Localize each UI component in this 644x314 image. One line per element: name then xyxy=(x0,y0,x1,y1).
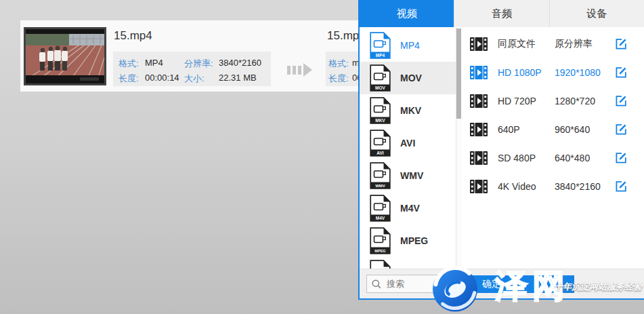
scrollbar-thumb[interactable] xyxy=(456,28,461,119)
film-strip-icon xyxy=(470,151,488,165)
film-strip-icon xyxy=(470,180,488,193)
preset-row-hd1080p[interactable]: HD 1080P 1920*1080 xyxy=(461,58,644,87)
video-file-icon: MPEG xyxy=(370,227,391,254)
preset-name: HD 720P xyxy=(498,96,555,106)
preset-row-original[interactable]: 同原文件 原分辨率 xyxy=(461,30,644,58)
format-label: WMV xyxy=(400,170,423,181)
format-option-partial[interactable] xyxy=(360,257,456,269)
video-file-icon xyxy=(370,260,391,269)
format-option-mov[interactable]: MOV MOV xyxy=(360,62,456,94)
format-option-mpeg[interactable]: MPEG MPEG xyxy=(360,224,456,257)
preset-resolution: 1920*1080 xyxy=(555,67,614,78)
edit-preset-icon[interactable] xyxy=(614,151,628,165)
preset-row-4k[interactable]: 4K Video 3840*2160 xyxy=(461,172,644,201)
convert-arrow-icon xyxy=(287,63,312,77)
format-label: MPEG xyxy=(400,235,428,246)
video-thumbnail[interactable] xyxy=(24,27,106,85)
video-file-icon: MP4 xyxy=(370,32,391,59)
preset-name: 640P xyxy=(498,124,555,135)
preset-name: 同原文件 xyxy=(498,38,555,50)
preset-name: HD 1080P xyxy=(498,67,555,78)
edit-preset-icon[interactable] xyxy=(614,66,628,79)
confirm-button[interactable]: 确定 xyxy=(466,275,574,293)
edit-preset-icon[interactable] xyxy=(614,123,628,136)
film-strip-icon xyxy=(470,37,488,51)
preset-resolution: 1280*720 xyxy=(555,96,614,106)
preset-panel: 同原文件 原分辨率 HD 1080P 1920*1080 xyxy=(461,27,644,269)
film-strip-icon xyxy=(470,94,488,108)
preset-resolution: 640*480 xyxy=(555,153,614,163)
source-info-box: 格式: MP4 分辨率: 3840*2160 长度: 00:00:14 大小: … xyxy=(113,52,271,86)
format-label: 格式: xyxy=(119,58,139,70)
source-file-title: 15.mp4 xyxy=(114,29,152,43)
video-file-icon: AVI xyxy=(370,130,391,157)
svg-text:MOV: MOV xyxy=(375,85,385,90)
preset-resolution: 原分辨率 xyxy=(555,38,614,50)
format-option-avi[interactable]: AVI AVI xyxy=(360,127,456,159)
svg-text:AVI: AVI xyxy=(377,151,384,155)
duration-value: 00:00:14 xyxy=(145,73,179,83)
duration-label: 长度: xyxy=(119,73,139,85)
format-label: 格式: xyxy=(328,58,349,70)
edit-preset-icon[interactable] xyxy=(614,37,628,51)
video-file-icon: WMV xyxy=(370,162,391,189)
search-input[interactable] xyxy=(385,278,448,290)
video-file-icon: M4V xyxy=(370,195,391,222)
format-label: M4V xyxy=(400,203,420,214)
format-option-m4v[interactable]: M4V M4V xyxy=(360,192,456,224)
format-label: MOV xyxy=(400,73,422,83)
video-thumbnail-image xyxy=(26,29,104,83)
edit-preset-icon[interactable] xyxy=(614,94,628,108)
app-window: 15.mp4 格式: MP4 分辨率: 3840*2160 长度: 00:00:… xyxy=(0,0,644,314)
duration-label: 长度: xyxy=(328,73,349,85)
preset-row-640p[interactable]: 640P 960*640 xyxy=(461,115,644,144)
search-icon xyxy=(371,279,382,290)
format-option-wmv[interactable]: WMV WMV xyxy=(360,159,456,192)
preset-resolution: 3840*2160 xyxy=(555,181,614,192)
video-file-icon: MOV xyxy=(370,64,391,92)
preset-name: SD 480P xyxy=(498,153,555,163)
resolution-label: 分辨率: xyxy=(184,58,213,70)
popup-tab-bar: 视频 音频 设备 xyxy=(360,0,644,27)
size-value: 22.31 MB xyxy=(219,73,257,83)
tab-audio[interactable]: 音频 xyxy=(454,0,549,27)
format-popup: 视频 音频 设备 MP4 MP4 xyxy=(358,0,644,300)
resolution-value: 3840*2160 xyxy=(219,58,261,68)
preset-resolution: 960*640 xyxy=(555,124,614,135)
svg-text:MPEG: MPEG xyxy=(374,249,385,253)
search-box[interactable] xyxy=(366,275,453,293)
video-file-icon: MKV xyxy=(370,97,391,124)
svg-text:M4V: M4V xyxy=(376,216,385,220)
tab-device[interactable]: 设备 xyxy=(549,0,644,27)
tab-video[interactable]: 视频 xyxy=(360,0,454,27)
popup-body: MP4 MP4 MOV MOV xyxy=(360,27,644,269)
svg-text:WMV: WMV xyxy=(375,184,385,188)
edit-preset-icon[interactable] xyxy=(614,180,628,193)
format-list-scrollbar[interactable] xyxy=(456,27,461,269)
svg-text:MKV: MKV xyxy=(375,118,385,123)
preset-row-sd480p[interactable]: SD 480P 640*480 xyxy=(461,144,644,172)
format-label: AVI xyxy=(400,138,415,149)
film-strip-icon xyxy=(470,123,488,136)
format-label: MKV xyxy=(400,105,421,116)
size-label: 大小: xyxy=(184,73,205,85)
format-option-mp4[interactable]: MP4 MP4 xyxy=(360,29,456,62)
popup-bottom-bar: 确定 xyxy=(360,269,644,298)
format-value: MP4 xyxy=(145,58,163,68)
svg-text:MP4: MP4 xyxy=(376,53,385,58)
format-label: MP4 xyxy=(400,40,420,51)
format-option-mkv[interactable]: MKV MKV xyxy=(360,94,456,127)
film-strip-icon xyxy=(470,66,488,79)
format-list: MP4 MP4 MOV MOV xyxy=(360,27,456,269)
preset-name: 4K Video xyxy=(498,181,555,192)
preset-row-hd720p[interactable]: HD 720P 1280*720 xyxy=(461,87,644,115)
